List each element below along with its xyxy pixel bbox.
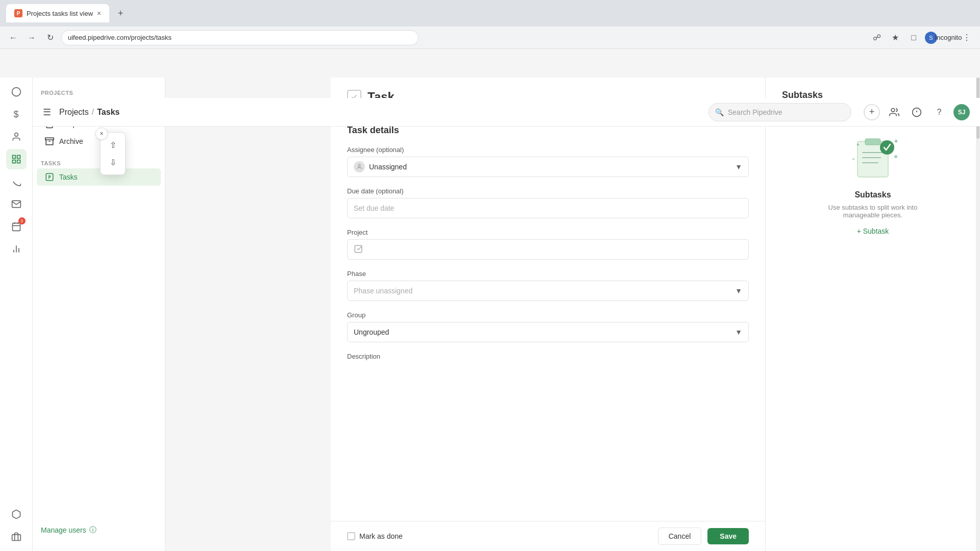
refresh-button[interactable]: ↻ — [43, 31, 57, 45]
manage-users-button[interactable]: Manage users ⓘ — [41, 525, 157, 535]
reports-icon[interactable] — [6, 239, 27, 259]
svg-rect-17 — [12, 535, 20, 541]
svg-text:+: + — [856, 142, 860, 147]
assignee-dropdown[interactable]: Unassigned ▼ — [347, 157, 749, 177]
sidebar-popup: × ⇧ ⇩ — [100, 132, 126, 175]
svg-rect-6 — [12, 156, 15, 159]
browser-nav: ← → ↻ uifeed.pipedrive.com/projects/task… — [0, 27, 980, 49]
add-button[interactable]: + — [864, 104, 880, 120]
more-options-icon[interactable]: ⋮ — [960, 31, 974, 45]
contacts-icon[interactable] — [6, 127, 27, 147]
group-dropdown-arrow: ▼ — [735, 328, 742, 336]
save-button[interactable]: Save — [707, 528, 749, 544]
assignee-dropdown-arrow: ▼ — [735, 163, 742, 171]
projects-icon[interactable] — [6, 149, 27, 169]
add-subtask-button[interactable]: + Subtask — [857, 227, 889, 235]
svg-point-0 — [891, 108, 895, 112]
close-tab-button[interactable]: × — [97, 9, 101, 17]
address-bar[interactable]: uifeed.pipedrive.com/projects/tasks — [61, 30, 419, 45]
svg-rect-9 — [17, 160, 20, 163]
tasks-section-label: TASKS — [33, 156, 165, 168]
mail-icon[interactable] — [6, 194, 27, 214]
sidebar-item-tasks[interactable]: Tasks — [37, 168, 161, 186]
calendar-icon[interactable]: 3 — [6, 216, 27, 237]
svg-point-24 — [358, 165, 360, 167]
subtasks-illustration: + + — [842, 131, 903, 182]
popup-arrow-up[interactable]: ⇧ — [105, 137, 121, 153]
home-icon[interactable] — [6, 82, 27, 102]
address-text: uifeed.pipedrive.com/projects/tasks — [68, 34, 172, 41]
sidebar-tasks-label: Tasks — [59, 173, 78, 181]
phase-value: Phase unassigned — [354, 287, 735, 295]
breadcrumb: Projects / Tasks — [59, 108, 119, 117]
forward-button[interactable]: → — [24, 31, 39, 45]
projects-section-label: PROJECTS — [33, 86, 165, 98]
svg-rect-7 — [17, 156, 20, 159]
group-label: Group — [347, 311, 749, 319]
assignee-label: Assignee (optional) — [347, 146, 749, 154]
svg-point-5 — [14, 133, 18, 137]
project-checkbox-icon — [354, 244, 364, 255]
integrations-icon[interactable] — [6, 527, 27, 547]
help-icon[interactable]: ? — [931, 104, 947, 120]
popup-close-button[interactable]: × — [95, 128, 108, 140]
users-icon[interactable] — [886, 104, 902, 120]
sidebar-archive-label: Archive — [59, 137, 83, 145]
task-panel: Task Task details Assignee (optional) — [331, 78, 980, 551]
mark-done-wrap: Mark as done — [347, 532, 403, 540]
favicon: P — [14, 9, 22, 17]
description-field-group: Description — [347, 353, 749, 360]
subtasks-panel: Subtasks — [766, 78, 980, 551]
mark-done-checkbox[interactable] — [347, 532, 355, 540]
back-button[interactable]: ← — [6, 31, 20, 45]
search-bar[interactable]: 🔍 Search Pipedrive — [708, 103, 851, 121]
header-actions: + ? SJ — [864, 104, 970, 120]
sidebar: PROJECTS Projects Templates Archive TASK… — [33, 78, 165, 551]
campaigns-icon[interactable] — [6, 171, 27, 192]
assignee-value: Unassigned — [354, 161, 735, 172]
phase-dropdown[interactable]: Phase unassigned ▼ — [347, 281, 749, 301]
svg-rect-10 — [12, 223, 20, 231]
user-avatar[interactable]: SJ — [953, 104, 970, 120]
calendar-badge: 3 — [18, 217, 26, 224]
svg-rect-25 — [355, 245, 362, 253]
phase-dropdown-arrow: ▼ — [735, 287, 742, 295]
subtasks-empty-state: + + Subtasks Use subtasks to split work … — [782, 111, 964, 235]
breadcrumb-current: Tasks — [97, 108, 119, 117]
products-icon[interactable] — [6, 504, 27, 524]
bookmark-icon[interactable]: ★ — [888, 31, 902, 45]
svg-point-4 — [12, 88, 20, 96]
hamburger-menu[interactable]: ☰ — [43, 107, 51, 118]
extensions-icon[interactable]: □ — [906, 31, 921, 45]
svg-point-31 — [880, 140, 894, 155]
new-tab-button[interactable]: + — [113, 6, 128, 20]
due-date-input[interactable] — [347, 198, 749, 218]
lightbulb-icon[interactable] — [909, 104, 925, 120]
incognito-label: Incognito — [941, 31, 955, 45]
project-field[interactable] — [347, 239, 749, 260]
camera-off-icon[interactable]: ☍ — [870, 31, 884, 45]
svg-rect-8 — [12, 160, 15, 163]
assignee-field-group: Assignee (optional) Unassigned ▼ — [347, 146, 749, 177]
due-date-label: Due date (optional) — [347, 187, 749, 195]
task-form-panel: Task Task details Assignee (optional) — [331, 78, 766, 551]
group-dropdown[interactable]: Ungrouped ▼ — [347, 322, 749, 342]
info-icon: ⓘ — [89, 525, 96, 535]
breadcrumb-separator: / — [92, 108, 94, 117]
app-header: ☰ Projects / Tasks 🔍 Search Pipedrive + … — [33, 98, 980, 127]
popup-arrow-down[interactable]: ⇩ — [105, 154, 121, 170]
scroll-track — [976, 78, 980, 551]
browser-actions: ☍ ★ □ S Incognito ⋮ — [870, 31, 974, 45]
sidebar-bottom: Manage users ⓘ — [33, 517, 165, 543]
breadcrumb-root[interactable]: Projects — [59, 108, 89, 117]
icon-bar: $ 3 — [0, 78, 33, 551]
mark-done-label: Mark as done — [359, 532, 403, 540]
svg-text:+: + — [894, 138, 898, 145]
task-form-scroll: Task details Assignee (optional) Unassig… — [331, 113, 765, 521]
task-panel-footer: Mark as done Cancel Save — [331, 521, 765, 551]
cancel-button[interactable]: Cancel — [658, 528, 702, 545]
svg-point-35 — [852, 158, 854, 160]
subtasks-empty-title: Subtasks — [854, 190, 891, 199]
phase-label: Phase — [347, 270, 749, 278]
deals-icon[interactable]: $ — [6, 104, 27, 124]
